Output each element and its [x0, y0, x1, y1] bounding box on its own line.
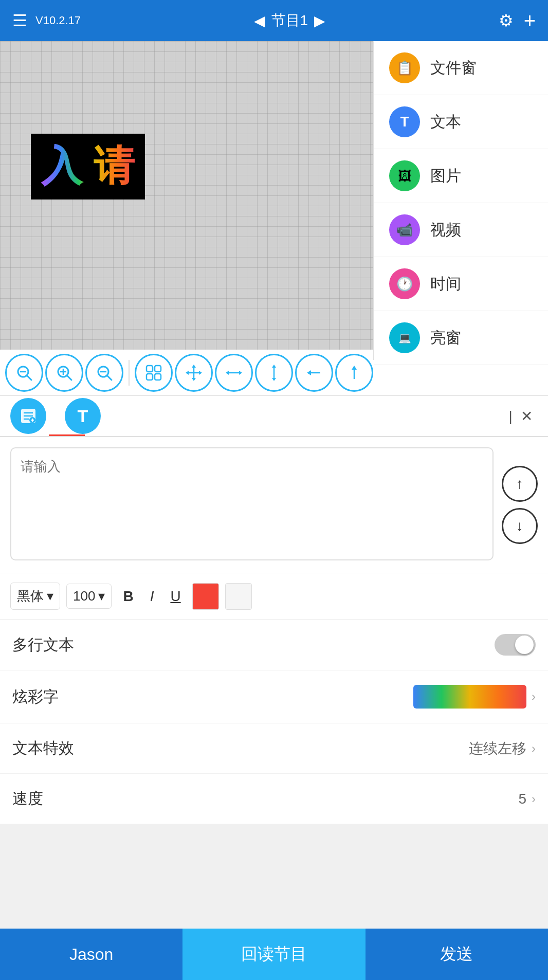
- nav-right-button[interactable]: ▶: [314, 12, 325, 29]
- text-area-arrows: ↑ ↓: [502, 447, 538, 562]
- text-input[interactable]: [10, 447, 494, 560]
- svg-rect-11: [155, 366, 161, 372]
- scroll-down-button[interactable]: ↓: [502, 508, 538, 544]
- multiline-row: 多行文本: [0, 620, 548, 670]
- svg-marker-18: [186, 371, 189, 375]
- move-left-button[interactable]: [295, 354, 333, 392]
- speed-label: 速度: [12, 788, 43, 809]
- svg-marker-17: [192, 378, 196, 381]
- version-label: V10.2.17: [35, 14, 81, 27]
- add-button[interactable]: +: [524, 9, 536, 32]
- menu-icon[interactable]: ☰: [12, 11, 27, 30]
- multiline-toggle[interactable]: [495, 634, 536, 656]
- dropdown-item-screen[interactable]: 💻 亮窗: [374, 311, 548, 365]
- text-tab[interactable]: T: [65, 398, 101, 434]
- move-up-button[interactable]: [335, 354, 373, 392]
- text-area-wrapper: [10, 447, 494, 562]
- move-all-button[interactable]: [175, 354, 213, 392]
- rainbow-gradient[interactable]: [413, 685, 526, 709]
- tab-close-button[interactable]: | ✕: [503, 402, 538, 430]
- tab-active-indicator: [49, 434, 85, 436]
- svg-marker-25: [272, 378, 276, 381]
- speed-right: 5 ›: [518, 791, 536, 807]
- rainbow-chevron: ›: [532, 689, 536, 704]
- settings-section: 多行文本 炫彩字 › 文本特效 连续左移 › 速度 5 ›: [0, 620, 548, 824]
- svg-rect-12: [147, 374, 153, 380]
- file-window-icon: 📋: [389, 52, 420, 83]
- bold-button[interactable]: B: [118, 585, 138, 608]
- svg-marker-16: [192, 365, 196, 368]
- scroll-up-button[interactable]: ↑: [502, 466, 538, 502]
- font-family-select[interactable]: 黑体 ▾: [10, 583, 60, 610]
- text-input-section: ↑ ↓: [0, 437, 548, 573]
- dropdown-item-time[interactable]: 🕐 时间: [374, 257, 548, 311]
- video-label: 视频: [430, 220, 461, 241]
- text-label: 文本: [430, 112, 461, 133]
- speed-chevron: ›: [532, 792, 536, 806]
- image-icon: 🖼: [389, 160, 420, 191]
- header: ☰ V10.2.17 ◀ 节目1 ▶ ⚙ +: [0, 0, 548, 41]
- canvas-area: 入 请 📋 文件窗 T 文本 🖼 图片 📹 视频 🕐 时间 💻 亮窗: [0, 41, 548, 350]
- zoom-out-button[interactable]: [85, 354, 123, 392]
- effect-label: 文本特效: [12, 738, 74, 759]
- dropdown-item-file[interactable]: 📋 文件窗: [374, 41, 548, 95]
- toggle-knob: [515, 636, 534, 654]
- italic-button[interactable]: I: [145, 585, 159, 608]
- text-color-swatch[interactable]: [192, 583, 219, 610]
- svg-line-1: [27, 375, 31, 380]
- dropdown-item-text[interactable]: T 文本: [374, 95, 548, 149]
- multiline-label: 多行文本: [12, 634, 74, 656]
- toolbar-divider-1: [129, 360, 130, 386]
- jason-label: Jason: [69, 945, 113, 964]
- move-vertical-button[interactable]: [255, 354, 293, 392]
- readback-label: 回读节目: [241, 943, 307, 966]
- svg-line-8: [107, 375, 112, 380]
- file-window-label: 文件窗: [430, 58, 477, 79]
- time-icon: 🕐: [389, 268, 420, 299]
- tab-bar: T | ✕: [0, 396, 548, 437]
- gear-icon[interactable]: ⚙: [499, 11, 514, 30]
- settings-tab[interactable]: [10, 398, 46, 434]
- canvas-text-preview: 入 请: [31, 134, 145, 199]
- speed-row[interactable]: 速度 5 ›: [0, 774, 548, 824]
- bottom-bar: Jason 回读节目 发送: [0, 929, 548, 980]
- screen-label: 亮窗: [430, 328, 461, 349]
- font-family-label: 黑体: [17, 587, 44, 605]
- zoom-fit-button[interactable]: [5, 354, 43, 392]
- font-size-select[interactable]: 100 ▾: [66, 584, 112, 609]
- time-label: 时间: [430, 274, 461, 295]
- effect-chevron: ›: [532, 741, 536, 756]
- dropdown-menu: 📋 文件窗 T 文本 🖼 图片 📹 视频 🕐 时间 💻 亮窗: [373, 41, 548, 360]
- rainbow-right: ›: [413, 685, 536, 709]
- dropdown-item-image[interactable]: 🖼 图片: [374, 149, 548, 203]
- text-tab-icon: T: [78, 406, 88, 426]
- text-icon: T: [389, 106, 420, 137]
- send-button[interactable]: 发送: [366, 929, 548, 980]
- rainbow-row[interactable]: 炫彩字 ›: [0, 670, 548, 723]
- svg-rect-13: [155, 374, 161, 380]
- svg-line-4: [67, 375, 71, 380]
- rainbow-label: 炫彩字: [12, 686, 59, 707]
- speed-value: 5: [518, 791, 526, 807]
- jason-button[interactable]: Jason: [0, 929, 182, 980]
- zoom-in-button[interactable]: [45, 354, 83, 392]
- background-color-swatch[interactable]: [225, 583, 252, 610]
- svg-marker-21: [226, 371, 229, 375]
- grid-button[interactable]: [135, 354, 173, 392]
- screen-icon: 💻: [389, 322, 420, 353]
- readback-button[interactable]: 回读节目: [182, 929, 365, 980]
- svg-marker-29: [352, 366, 357, 370]
- font-size-chevron: ▾: [98, 588, 105, 604]
- nav-left-button[interactable]: ◀: [254, 12, 265, 29]
- underline-button[interactable]: U: [165, 585, 186, 608]
- format-bar: 黑体 ▾ 100 ▾ B I U: [0, 573, 548, 620]
- move-horizontal-button[interactable]: [215, 354, 253, 392]
- font-family-chevron: ▾: [47, 588, 53, 604]
- effect-row[interactable]: 文本特效 连续左移 ›: [0, 723, 548, 774]
- video-icon: 📹: [389, 214, 420, 245]
- program-title: 节目1: [271, 11, 308, 30]
- send-label: 发送: [440, 943, 473, 966]
- effect-right: 连续左移 ›: [469, 739, 536, 758]
- dropdown-item-video[interactable]: 📹 视频: [374, 203, 548, 257]
- svg-marker-22: [239, 371, 242, 375]
